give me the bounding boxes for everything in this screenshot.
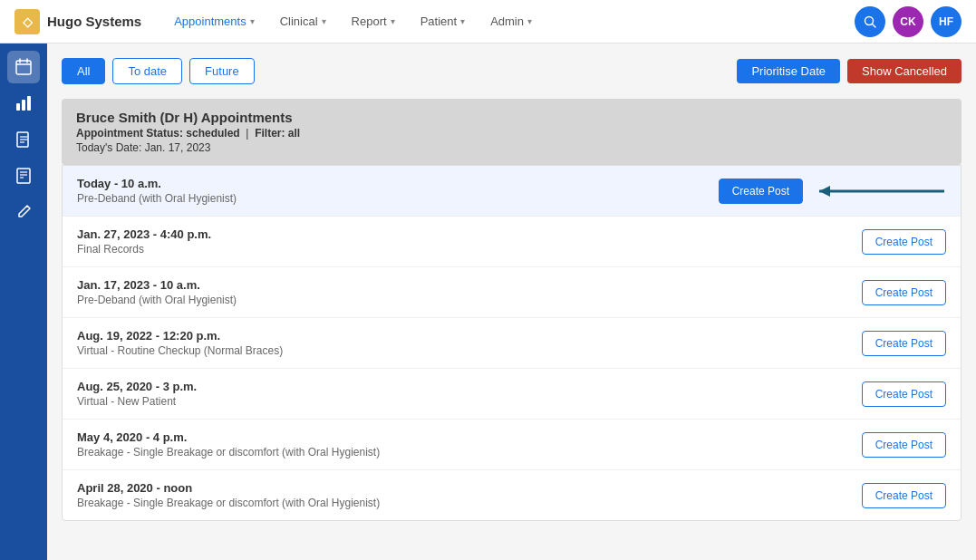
chart-icon [14,94,33,112]
nav-items: Appointments ▾ Clinical ▾ Report ▾ Patie… [163,9,855,34]
brand-icon: ◇ [14,9,40,34]
appointment-item: Today - 10 a.m. Pre-Deband (with Oral Hy… [63,166,961,217]
search-icon [863,14,877,29]
create-post-button-6[interactable]: Create Post [862,483,946,508]
nav-arrow-report: ▾ [391,16,395,26]
appointments-list: Today - 10 a.m. Pre-Deband (with Oral Hy… [62,165,962,521]
nav-report[interactable]: Report ▾ [341,9,406,34]
nav-arrow-clinical: ▾ [322,16,326,26]
appointment-item: Jan. 27, 2023 - 4:40 p.m. Final Records … [63,217,961,267]
appointment-item: April 28, 2020 - noon Breakage - Single … [63,470,961,520]
create-post-button-4[interactable]: Create Post [862,381,946,407]
brand: ◇ Hugo Systems [14,9,141,34]
svg-rect-8 [27,96,31,111]
patient-card: Bruce Smith (Dr H) Appointments Appointm… [62,99,962,165]
nav-admin[interactable]: Admin ▾ [479,9,543,34]
filter-all-button[interactable]: All [62,58,105,84]
appointment-description: Breakage - Single Breakage or discomfort… [77,497,862,509]
appointment-description: Virtual - Routine Checkup (Normal Braces… [77,344,862,357]
sidebar-edit[interactable] [7,196,40,228]
nav-appointments[interactable]: Appointments ▾ [163,9,266,34]
status-value: scheduled [186,127,239,140]
sidebar-calendar[interactable] [7,51,40,83]
filter-value: all [288,127,300,140]
create-post-button-0[interactable]: Create Post [719,179,803,204]
appointment-time: May 4, 2020 - 4 p.m. [77,430,862,444]
patient-meta: Appointment Status: scheduled | Filter: … [76,127,947,140]
date-value: Jan. 17, 2023 [145,141,211,154]
appointment-info: Aug. 25, 2020 - 3 p.m. Virtual - New Pat… [77,380,862,408]
filter-bar: All To date Future Prioritise Date Show … [62,58,962,84]
arrow-container: Create Post [719,179,946,204]
svg-rect-6 [16,103,20,111]
sidebar-chart[interactable] [7,87,40,120]
appointment-time: Jan. 17, 2023 - 10 a.m. [77,278,862,292]
svg-line-1 [873,24,876,27]
appointment-item: Aug. 25, 2020 - 3 p.m. Virtual - New Pat… [63,369,961,420]
date-label: Today's Date: [76,141,141,154]
create-post-button-3[interactable]: Create Post [862,331,946,356]
filter-future-button[interactable]: Future [189,58,255,84]
appointment-item: Jan. 17, 2023 - 10 a.m. Pre-Deband (with… [63,267,961,318]
appointment-item: Aug. 19, 2022 - 12:20 p.m. Virtual - Rou… [63,318,961,369]
nav-arrow-admin: ▾ [527,16,532,26]
sidebar-notes[interactable] [7,159,40,192]
filter-label: Filter: [255,127,285,140]
calendar-icon [14,58,33,76]
search-button[interactable] [855,6,885,37]
layout: All To date Future Prioritise Date Show … [0,43,976,560]
nav-patient[interactable]: Patient ▾ [410,9,476,34]
navbar: ◇ Hugo Systems Appointments ▾ Clinical ▾… [0,0,976,43]
arrow-indicator [810,183,946,199]
svg-rect-2 [16,61,31,74]
appointment-item: May 4, 2020 - 4 p.m. Breakage - Single B… [63,420,961,470]
appointment-time: Jan. 27, 2023 - 4:40 p.m. [77,227,862,241]
sidebar [0,43,47,560]
prioritise-date-button[interactable]: Prioritise Date [737,59,840,83]
notes-icon [14,167,33,185]
nav-clinical[interactable]: Clinical ▾ [269,9,337,34]
patient-date: Today's Date: Jan. 17, 2023 [76,141,947,154]
svg-rect-13 [17,169,30,183]
appointment-time: Today - 10 a.m. [77,177,719,190]
nav-arrow-patient: ▾ [460,16,465,26]
appointment-description: Pre-Deband (with Oral Hygienist) [77,192,719,205]
appointment-description: Virtual - New Patient [77,395,862,408]
create-post-button-5[interactable]: Create Post [862,432,946,458]
appointment-info: Jan. 27, 2023 - 4:40 p.m. Final Records [77,227,862,256]
appointment-info: Today - 10 a.m. Pre-Deband (with Oral Hy… [77,177,719,205]
sidebar-document[interactable] [7,123,40,156]
appointment-time: Aug. 25, 2020 - 3 p.m. [77,380,862,393]
appointment-info: Aug. 19, 2022 - 12:20 p.m. Virtual - Rou… [77,329,862,357]
appointment-time: April 28, 2020 - noon [77,481,862,495]
nav-arrow-appointments: ▾ [250,16,255,26]
svg-rect-7 [22,100,25,111]
navbar-right: CK HF [855,6,962,37]
document-icon [14,130,33,149]
filter-todate-button[interactable]: To date [112,58,182,84]
show-cancelled-button[interactable]: Show Cancelled [847,59,962,83]
svg-marker-18 [819,186,830,197]
appointment-time: Aug. 19, 2022 - 12:20 p.m. [77,329,862,343]
appointment-info: April 28, 2020 - noon Breakage - Single … [77,481,862,509]
appointment-description: Final Records [77,243,862,256]
create-post-button-1[interactable]: Create Post [862,229,946,255]
create-post-button-2[interactable]: Create Post [862,280,946,305]
appointment-description: Breakage - Single Breakage or discomfort… [77,446,862,459]
edit-icon [14,203,33,221]
avatar-ck[interactable]: CK [893,6,923,37]
status-label: Appointment Status: [76,127,183,140]
avatar-hf[interactable]: HF [931,6,962,37]
main-content: All To date Future Prioritise Date Show … [47,43,976,560]
brand-name: Hugo Systems [47,14,141,29]
appointment-info: Jan. 17, 2023 - 10 a.m. Pre-Deband (with… [77,278,862,306]
appointment-info: May 4, 2020 - 4 p.m. Breakage - Single B… [77,430,862,459]
appointment-description: Pre-Deband (with Oral Hygienist) [77,294,862,306]
patient-name: Bruce Smith (Dr H) Appointments [76,110,947,125]
